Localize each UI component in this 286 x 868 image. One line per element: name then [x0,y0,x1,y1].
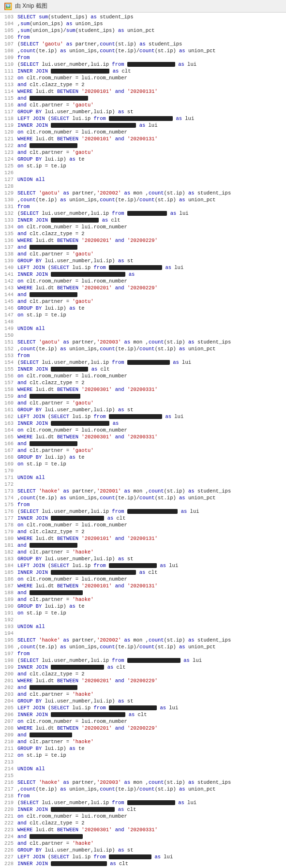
code-line: 165WHERE lui.dt BETWEEN '20200301' and '… [0,434,286,440]
code-line: 124GROUP BY lui.ip) as te [0,156,286,163]
line-text: ,count(te.ip) as union_ips,count(te.ip)/… [17,345,216,352]
code-line: 115and ██████████████████████ [0,95,286,102]
line-text: and ████████████████████ [17,589,83,596]
line-text: (SELECT lui.user_number,lui.ip from ████… [17,657,202,664]
line-number: 132 [0,210,17,217]
line-number: 174 [0,494,17,501]
line-number: 145 [0,298,17,305]
code-line: 184LEFT JOIN (SELECT lui.ip from ███████… [0,562,286,569]
line-number: 209 [0,732,17,738]
code-line: 223WHERE lui.dt BETWEEN '20200301' and '… [0,826,286,833]
line-text: on st.ip = te.ip [17,752,66,759]
line-text: on st.ip = te.ip [17,163,66,169]
line-number: 222 [0,820,17,826]
line-text: GROUP BY lui.user_number,lui.ip) as st [17,257,133,264]
code-line: 218from [0,793,286,799]
line-number: 109 [0,54,17,61]
line-number: 168 [0,454,17,461]
line-text: on clt.room_number = lui.room_number [17,718,127,725]
line-text: (SELECT lui.user_number,lui.ip from ████… [17,359,191,366]
line-text: WHERE lui.dt BETWEEN '20200301' and '202… [17,386,158,393]
line-number: 125 [0,163,17,169]
line-text: GROUP BY lui.user_number,lui.ip) as st [17,406,133,413]
code-line: 188and ████████████████████ [0,589,286,596]
code-line: 164on clt.room_number = lui.room_number [0,427,286,434]
line-number: 141 [0,271,17,278]
code-line: 213 [0,759,286,765]
line-text: from [17,54,30,61]
line-text: and ██████████████████████ [17,95,88,102]
line-number: 191 [0,610,17,616]
line-text: LEFT JOIN (SELECT lui.ip from ██████████… [17,413,183,420]
header-icon: 🖼️ [4,2,12,10]
line-number: 158 [0,386,17,393]
line-number: 115 [0,95,17,102]
line-number: 220 [0,806,17,813]
code-line: 208WHERE lui.dt BETWEEN '20200201' and '… [0,725,286,732]
line-text: and clt.partner = 'gaotu' [17,298,94,305]
line-text: INNER JOIN d█████████████████████ as [17,420,119,427]
line-text: and clt.partner = 'gaotu' [17,447,94,454]
line-number: 192 [0,616,17,623]
line-number: 207 [0,718,17,725]
code-line: 191on st.ip = te.ip [0,610,286,616]
line-text: and clt.clazz_type = 2 [17,671,85,677]
line-number: 121 [0,135,17,142]
line-text: from [17,650,30,657]
code-line: 200and clt.clazz_type = 2 [0,671,286,677]
line-number: 116 [0,102,17,108]
code-line: 166and ██████████████████ [0,440,286,447]
code-line: 120on clt.room_number = lui.room_number [0,129,286,135]
line-number: 147 [0,312,17,318]
code-line: 207on clt.room_number = lui.room_number [0,718,286,725]
line-number: 135 [0,230,17,237]
line-number: 196 [0,644,17,650]
line-text: and ██████████████████ [17,291,77,298]
line-number: 173 [0,488,17,494]
line-number: 179 [0,528,17,535]
line-number: 146 [0,305,17,312]
line-text: WHERE lui.dt BETWEEN '20200101' and '202… [17,135,158,142]
line-number: 124 [0,156,17,163]
line-number: 108 [0,47,17,54]
line-text: ,sum(union_ips)/sum(student_ips) as unio… [17,27,155,34]
code-line: 148 [0,318,286,325]
code-line: 106from [0,34,286,41]
code-line: 189and clt.partner = 'haoke' [0,596,286,603]
line-number: 194 [0,630,17,637]
code-line: 175from [0,501,286,508]
code-line: 179and clt.clazz_type = 2 [0,528,286,535]
line-number: 111 [0,68,17,75]
line-number: 228 [0,860,17,867]
code-line: 151SELECT 'gaotu' as partner,'202003' as… [0,339,286,345]
line-text: WHERE lui.dt BETWEEN '20200201' and '202… [17,677,158,684]
code-line: 131from [0,203,286,210]
line-number: 106 [0,34,17,41]
code-line: 225and clt.partner = 'haoke' [0,840,286,847]
line-number: 127 [0,176,17,183]
line-number: 131 [0,203,17,210]
code-line: 205LEFT JOIN (SELECT lui.ip from ███████… [0,704,286,711]
line-text: GROUP BY lui.user_number,lui.ip) as st [17,108,133,115]
line-number: 188 [0,589,17,596]
code-line: 171UNION all [0,474,286,481]
code-line: 154(SELECT lui.user_number,lui.ip from █… [0,359,286,366]
code-line: 114WHERE lui.dt BETWEEN '20200101' and '… [0,88,286,95]
line-text: and ███████████████████ [17,393,80,400]
code-line: 132(SELECT lui.user_number,lui.ip from █… [0,210,286,217]
line-number: 161 [0,406,17,413]
code-line: 127UNION all [0,176,286,183]
code-line: 146GROUP BY lui.ip) as te [0,305,286,312]
line-text: UNION all [17,765,45,772]
line-number: 162 [0,413,17,420]
code-line: 206INNER JOIN ██████████████████████████… [0,711,286,718]
line-text: UNION all [17,176,45,183]
line-number: 217 [0,786,17,793]
code-line: 111INNER JOIN ██████████████████████ as … [0,68,286,75]
line-number: 169 [0,461,17,467]
line-number: 126 [0,169,17,176]
line-text: INNER JOIN ████████████████████████████ … [17,711,147,718]
line-text: WHERE lui.dt BETWEEN '20200101' and '202… [17,535,158,542]
line-text: and clt.clazz_type = 2 [17,230,85,237]
code-line: 227LEFT JOIN (SELECT lui.ip from ███████… [0,853,286,860]
